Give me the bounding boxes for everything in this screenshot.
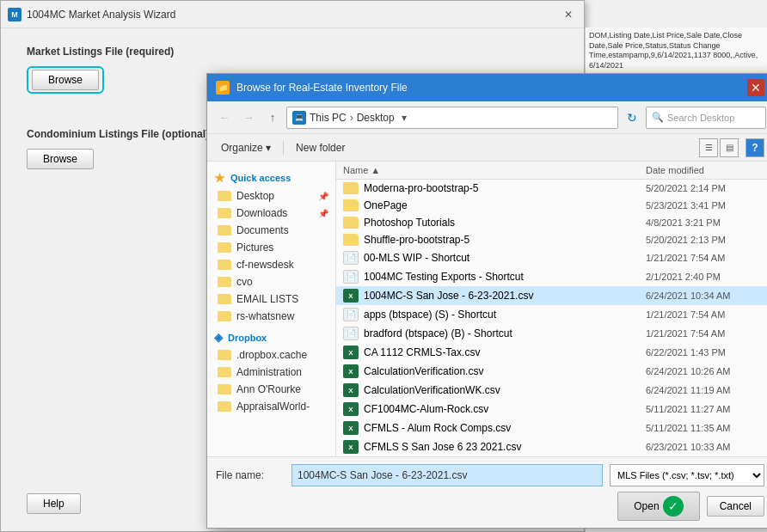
wizard-title: 1004MC Market Analysis Wizard	[27, 9, 560, 21]
sidebar-item-downloads[interactable]: Downloads 📌	[207, 205, 335, 222]
condo-browse-button[interactable]: Browse	[27, 149, 94, 169]
sidebar-item-documents[interactable]: Documents	[207, 222, 335, 239]
help-dialog-button[interactable]: ?	[746, 138, 764, 157]
sidebar-item-ann-orourke[interactable]: Ann O'Rourke	[207, 381, 335, 398]
refresh-button[interactable]: ↻	[622, 107, 642, 128]
file-name: CalculationVerificationWK.csv	[364, 384, 641, 396]
dialog-icon: 📁	[216, 81, 230, 95]
file-list: Moderna-pro-bootstrap-5 5/20/2021 2:14 P…	[336, 180, 767, 456]
file-name: Shuffle-pro-bootstrap-5	[364, 234, 641, 246]
file-item-photoshop[interactable]: Photoshop Tutorials 4/8/2021 3:21 PM	[336, 214, 767, 231]
bottom-bar: File name: MLS Files (*.csv; *.tsv; *.tx…	[207, 456, 767, 528]
nav-up-button[interactable]: ↑	[262, 107, 283, 128]
file-item-mls-wip[interactable]: 📄 00-MLS WIP - Shortcut 1/21/2021 7:54 A…	[336, 248, 767, 267]
filename-input[interactable]	[291, 464, 603, 486]
breadcrumb-pc: This PC	[310, 112, 347, 124]
file-item-testing-exports[interactable]: 📄 1004MC Testing Exports - Shortcut 2/1/…	[336, 267, 767, 286]
folder-icon	[218, 367, 231, 377]
file-name: bradford (btspace) (B) - Shortcut	[364, 327, 641, 339]
file-item-apps-btspace[interactable]: 📄 apps (btspace) (S) - Shortcut 1/21/202…	[336, 305, 767, 324]
file-item-calcverificationwk[interactable]: X CalculationVerificationWK.csv 6/24/202…	[336, 381, 767, 400]
shortcut-icon: 📄	[343, 308, 359, 321]
sidebar-quick-access: ★ Quick access Desktop 📌 Downloads 📌 Doc…	[207, 168, 335, 325]
open-green-icon: ✓	[663, 496, 684, 517]
file-item-1004mc-csv[interactable]: X 1004MC-S San Jose - 6-23-2021.csv 6/24…	[336, 286, 767, 305]
folder-icon	[218, 384, 231, 394]
file-item-onepage[interactable]: OnePage 5/23/2021 3:41 PM	[336, 197, 767, 214]
file-name: CFMLS - Alum Rock Comps.csv	[364, 422, 641, 434]
folder-icon	[218, 191, 231, 201]
cancel-button[interactable]: Cancel	[707, 496, 764, 517]
nav-forward-button[interactable]: →	[238, 107, 259, 128]
open-button[interactable]: Open ✓	[617, 492, 699, 521]
view-list-button[interactable]: ☰	[699, 138, 718, 157]
file-date: 1/21/2021 7:54 AM	[646, 328, 766, 339]
help-button[interactable]: Help	[27, 493, 81, 514]
file-name: OnePage	[364, 199, 641, 211]
col-name-header[interactable]: Name ▲	[343, 165, 646, 175]
file-date: 1/21/2021 7:54 AM	[646, 253, 766, 263]
nav-back-button[interactable]: ←	[214, 107, 235, 128]
pc-icon: 💻	[292, 111, 306, 125]
sidebar-item-pictures[interactable]: Pictures	[207, 239, 335, 256]
filetype-select[interactable]: MLS Files (*.csv; *.tsv; *.txt)	[610, 464, 764, 486]
file-item-cfmls-alumrock[interactable]: X CFMLS - Alum Rock Comps.csv 5/11/2021 …	[336, 419, 767, 437]
file-name: 1004MC-S San Jose - 6-23-2021.csv	[364, 290, 641, 302]
file-item-ca1112[interactable]: X CA 1112 CRMLS-Tax.csv 6/22/2021 1:43 P…	[336, 343, 767, 362]
breadcrumb-bar[interactable]: 💻 This PC › Desktop ▾	[286, 107, 618, 129]
shortcut-icon: 📄	[343, 270, 359, 284]
excel-icon: X	[343, 345, 359, 359]
market-browse-button[interactable]: Browse	[32, 70, 99, 90]
file-date: 6/24/2021 11:19 AM	[646, 385, 766, 395]
col-date-header[interactable]: Date modified	[646, 165, 766, 175]
folder-icon	[218, 350, 231, 360]
file-item-shuffle[interactable]: Shuffle-pro-bootstrap-5 5/20/2021 2:13 P…	[336, 231, 767, 248]
organize-button[interactable]: Organize ▾	[216, 140, 276, 156]
shortcut-icon: 📄	[343, 327, 359, 340]
file-item-cfmls-sanjose[interactable]: X CFMLS S San Jose 6 23 2021.csv 6/23/20…	[336, 437, 767, 456]
content-area: ★ Quick access Desktop 📌 Downloads 📌 Doc…	[207, 162, 767, 456]
file-item-bradford[interactable]: 📄 bradford (btspace) (B) - Shortcut 1/21…	[336, 324, 767, 343]
file-name: Photoshop Tutorials	[364, 217, 641, 229]
folder-icon	[218, 260, 231, 270]
file-date: 6/24/2021 10:34 AM	[646, 290, 766, 301]
folder-icon	[218, 208, 231, 218]
filename-label: File name:	[216, 469, 285, 481]
wizard-close-button[interactable]: ✕	[560, 6, 577, 23]
search-box[interactable]: 🔍 Search Desktop	[646, 107, 766, 129]
file-item-calcverification[interactable]: X CalculationVerification.csv 6/24/2021 …	[336, 362, 767, 381]
sidebar-item-cf-newsdesk[interactable]: cf-newsdesk	[207, 256, 335, 273]
file-name: apps (btspace) (S) - Shortcut	[364, 309, 641, 321]
sidebar-item-dropbox-cache[interactable]: .dropbox.cache	[207, 346, 335, 364]
file-date: 4/8/2021 3:21 PM	[646, 217, 766, 228]
file-dialog: 📁 Browse for Real-Estate Inventory File …	[206, 73, 767, 529]
dialog-close-button[interactable]: ✕	[747, 79, 764, 96]
wizard-titlebar: M 1004MC Market Analysis Wizard ✕	[1, 1, 584, 28]
breadcrumb-dropdown[interactable]: ▾	[398, 112, 410, 124]
sidebar-item-cvo[interactable]: cvo	[207, 273, 335, 290]
sidebar-item-desktop[interactable]: Desktop 📌	[207, 187, 335, 205]
file-item-cf1004mc[interactable]: X CF1004MC-Alum-Rock.csv 5/11/2021 11:27…	[336, 400, 767, 419]
sidebar-item-email-lists[interactable]: EMAIL LISTS	[207, 290, 335, 308]
file-name: Moderna-pro-bootstrap-5	[364, 182, 641, 194]
folder-icon	[218, 242, 231, 253]
sidebar-dropbox-section: ◈ Dropbox .dropbox.cache Administration …	[207, 328, 335, 415]
view-details-button[interactable]: ▤	[720, 138, 739, 157]
file-name: CalculationVerification.csv	[364, 365, 641, 377]
sidebar-item-rs-whatsnew[interactable]: rs-whatsnew	[207, 308, 335, 325]
excel-icon: X	[343, 440, 359, 454]
dialog-toolbar: Organize ▾ New folder ☰ ▤ ?	[207, 134, 767, 162]
breadcrumb-location: Desktop	[357, 112, 395, 124]
sidebar-item-appraisalworld[interactable]: AppraisalWorld-	[207, 398, 335, 415]
file-name: CA 1112 CRMLS-Tax.csv	[364, 346, 641, 358]
excel-icon: X	[343, 402, 359, 416]
file-date: 5/23/2021 3:41 PM	[646, 200, 766, 211]
new-folder-button[interactable]: New folder	[291, 140, 350, 156]
sidebar-quick-access-header: ★ Quick access	[207, 168, 335, 187]
sidebar-item-administration[interactable]: Administration	[207, 364, 335, 381]
file-item-moderna[interactable]: Moderna-pro-bootstrap-5 5/20/2021 2:14 P…	[336, 180, 767, 197]
folder-icon	[343, 182, 359, 194]
file-date: 6/22/2021 1:43 PM	[646, 347, 766, 358]
shortcut-icon: 📄	[343, 251, 359, 265]
nav-bar: ← → ↑ 💻 This PC › Desktop ▾ ↻ 🔍 Search D…	[207, 101, 767, 134]
